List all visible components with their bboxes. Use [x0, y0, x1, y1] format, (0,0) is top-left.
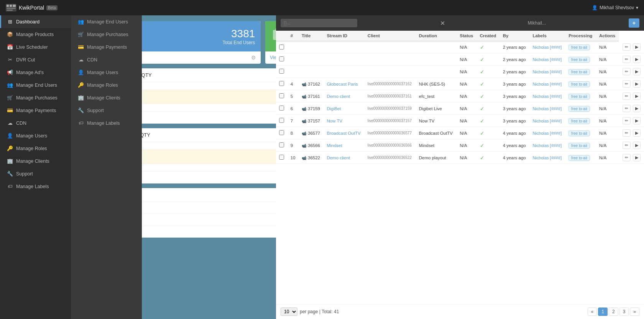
sidebar-item-manage-ads[interactable]: 📢 Manage Ad's	[0, 66, 71, 79]
sidebar-item-dashboard[interactable]: ⊞ Dashboard	[0, 15, 71, 28]
row-checkbox[interactable]	[279, 56, 284, 61]
sidebar-item-manage-clients[interactable]: 🏢 Manage Clients	[0, 155, 71, 167]
table-scroll-area[interactable]: #TitleStream IDClientDurationStatusCreat…	[276, 31, 644, 304]
edit-action-button[interactable]: ✏	[623, 56, 631, 63]
table-panel-user: Mikhail...	[528, 20, 546, 26]
row-checkbox[interactable]	[279, 130, 284, 135]
play-action-button[interactable]: ▶	[633, 93, 641, 100]
play-action-button[interactable]: ▶	[633, 129, 641, 137]
row-checkbox[interactable]	[279, 45, 284, 50]
sidebar-item-manage-end-users[interactable]: 👥 Manage End Users	[0, 79, 71, 91]
table-col-header: Client	[365, 31, 416, 41]
row-client: Broadcast OutTV	[416, 127, 457, 139]
row-by: Nicholas [####]	[529, 90, 565, 102]
sidebar-item-manage-purchases[interactable]: 🛒 Manage Purchases	[0, 91, 71, 104]
overlay-cdn[interactable]: ☁ CDN	[71, 53, 142, 66]
play-action-button[interactable]: ▶	[633, 56, 641, 63]
edit-action-button[interactable]: ✏	[623, 68, 631, 75]
row-checkbox[interactable]	[279, 106, 284, 111]
row-stream: live000000000000037159	[365, 102, 416, 115]
edit-action-button[interactable]: ✏	[623, 117, 631, 124]
sidebar-item-manage-roles[interactable]: 🔑 Manage Roles	[0, 142, 71, 155]
sidebar-item-label: Manage Products	[16, 32, 54, 37]
play-action-button[interactable]: ▶	[633, 68, 641, 75]
row-actions: ✏ ▶	[619, 127, 644, 139]
svg-rect-3	[13, 5, 16, 7]
sidebar-item-manage-labels[interactable]: 🏷 Manage Labels	[0, 180, 71, 193]
row-by: Nicholas [####]	[529, 66, 565, 78]
row-checkbox[interactable]	[279, 93, 284, 98]
overlay-manage-purchases[interactable]: 🛒 Manage Purchases	[71, 28, 142, 41]
table-col-header[interactable]: Created	[477, 31, 500, 41]
row-actions: ✏ ▶	[619, 139, 644, 152]
overlay-manage-users[interactable]: 👤 Manage Users	[71, 66, 142, 79]
sidebar-item-label: Manage Payments	[16, 108, 56, 113]
overlay-manage-clients[interactable]: 🏢 Manage Clients	[71, 91, 142, 104]
play-action-button[interactable]: ▶	[633, 80, 641, 88]
logo-text: KwikPortal	[19, 5, 44, 11]
row-checkbox[interactable]	[279, 142, 284, 147]
topbar-user[interactable]: 👤 Mikhail Shevtsov ▾	[592, 5, 638, 10]
sidebar-item-manage-payments[interactable]: 💳 Manage Payments	[0, 104, 71, 117]
row-title	[324, 66, 364, 78]
page-2-button[interactable]: 2	[609, 307, 618, 316]
overlay-manage-payments[interactable]: 💳 Manage Payments	[71, 41, 142, 53]
play-action-button[interactable]: ▶	[633, 154, 641, 161]
table-row: 5 📹37161 Demo client live000000000000037…	[276, 90, 644, 102]
close-panel-button[interactable]: ✕	[440, 20, 445, 27]
table-search-input[interactable]	[281, 19, 357, 27]
row-num: 6	[288, 102, 299, 115]
next-page-button[interactable]: »	[630, 307, 639, 316]
row-labels: free to air	[565, 90, 596, 102]
row-checkbox[interactable]	[279, 69, 284, 74]
overlay-support[interactable]: 🔧 Support	[71, 104, 142, 117]
row-title: Demo client	[324, 152, 364, 164]
sidebar-item-cdn[interactable]: ☁ CDN	[0, 117, 71, 129]
sidebar-item-live-scheduler[interactable]: 📅 Live Scheduler	[0, 41, 71, 53]
overlay-purchases-icon: 🛒	[78, 31, 84, 37]
table-row: 10 📹36522 Demo client live00000000000003…	[276, 152, 644, 164]
row-stream: live000000000000037161	[365, 90, 416, 102]
row-labels: free to air	[565, 127, 596, 139]
play-action-button[interactable]: ▶	[633, 142, 641, 149]
sidebar-item-label: Manage Users	[16, 133, 47, 139]
per-page-select[interactable]: 10 25 50	[281, 307, 297, 316]
row-created: 3 years ago	[500, 115, 530, 127]
edit-action-button[interactable]: ✏	[623, 93, 631, 100]
row-status: ✓	[477, 90, 500, 102]
overlay-manage-labels[interactable]: 🏷 Manage Labels	[71, 117, 142, 129]
sidebar-item-dvr-cut[interactable]: ✂ DVR Cut	[0, 53, 71, 66]
edit-action-button[interactable]: ✏	[623, 142, 631, 149]
row-checkbox[interactable]	[279, 155, 284, 160]
sidebar-item-support[interactable]: 🔧 Support	[0, 167, 71, 180]
page-3-button[interactable]: 3	[619, 307, 629, 316]
prev-page-button[interactable]: «	[588, 307, 597, 316]
play-action-button[interactable]: ▶	[633, 105, 641, 112]
row-client	[416, 53, 457, 66]
sidebar-item-manage-products[interactable]: 📦 Manage Products	[0, 28, 71, 41]
edit-action-button[interactable]: ✏	[623, 80, 631, 88]
row-checkbox-cell	[276, 53, 288, 66]
row-stream	[365, 41, 416, 53]
overlay-manage-end-users[interactable]: 👥 Manage End Users	[71, 15, 142, 28]
row-id: 📹37159	[299, 102, 324, 115]
sidebar-item-manage-users[interactable]: 👤 Manage Users	[0, 129, 71, 142]
row-title: Globecast Paris	[324, 78, 364, 90]
edit-action-button[interactable]: ✏	[623, 129, 631, 137]
page-1-button[interactable]: 1	[598, 307, 608, 316]
row-id	[299, 66, 324, 78]
play-action-button[interactable]: ▶	[633, 117, 641, 124]
overlay-manage-roles[interactable]: 🔑 Manage Roles	[71, 79, 142, 91]
row-id: 📹36566	[299, 139, 324, 152]
row-checkbox[interactable]	[279, 118, 284, 123]
row-checkbox[interactable]	[279, 81, 284, 86]
users-settings-icon[interactable]: ⚙	[251, 55, 256, 61]
row-by: Nicholas [####]	[529, 139, 565, 152]
sidebar-item-label: Manage Clients	[16, 159, 49, 164]
dashboard-icon: ⊞	[7, 19, 13, 25]
edit-action-button[interactable]: ✏	[623, 43, 631, 51]
play-action-button[interactable]: ▶	[633, 43, 641, 51]
edit-action-button[interactable]: ✏	[623, 154, 631, 161]
edit-action-button[interactable]: ✏	[623, 105, 631, 112]
add-record-button[interactable]: +	[629, 18, 639, 28]
